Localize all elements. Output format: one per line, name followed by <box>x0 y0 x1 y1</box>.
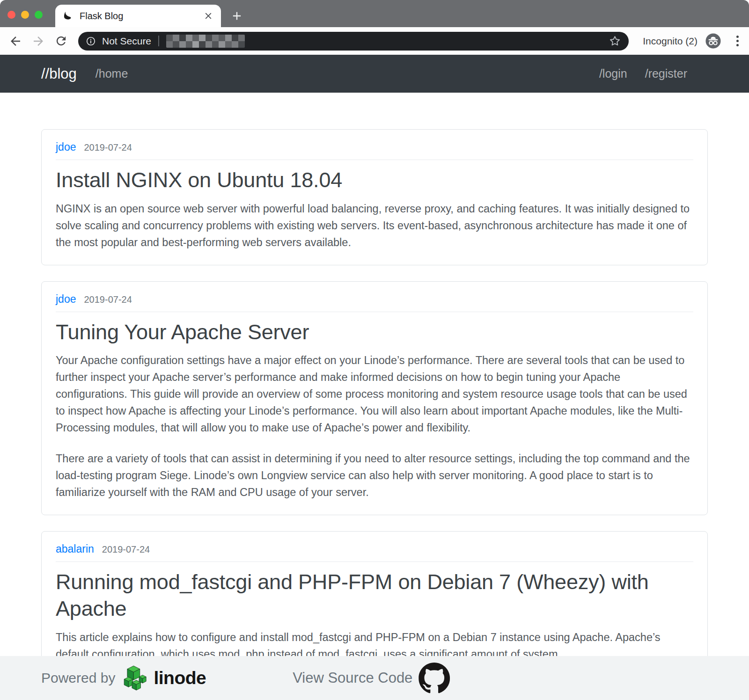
nav-link-login[interactable]: /login <box>599 67 627 80</box>
navbar-right: /login /register <box>599 67 687 80</box>
post-meta: jdoe 2019-07-24 <box>56 293 693 306</box>
post-paragraph: There are a variety of tools that can as… <box>56 450 693 501</box>
maximize-window-button[interactable] <box>35 11 43 19</box>
info-icon[interactable] <box>86 36 96 46</box>
powered-by-label: Powered by <box>41 670 115 686</box>
forward-arrow-icon[interactable] <box>31 34 45 48</box>
traffic-lights <box>7 11 43 19</box>
view-source-label: View Source Code <box>293 670 412 686</box>
post-paragraph: NGINX is an open source web server with … <box>56 200 693 251</box>
post-date: 2019-07-24 <box>102 544 150 555</box>
bookmark-star-icon[interactable] <box>609 35 621 47</box>
redacted-url <box>166 35 245 48</box>
flask-favicon-icon <box>63 11 73 22</box>
new-tab-button[interactable] <box>230 9 243 22</box>
address-bar[interactable]: Not Secure <box>78 32 629 51</box>
navbar-brand[interactable]: //blog <box>41 66 77 82</box>
back-arrow-icon[interactable] <box>8 34 22 48</box>
linode-wordmark: linode <box>154 668 206 688</box>
incognito-label: Incognito (2) <box>643 36 698 47</box>
linode-logo-icon <box>122 664 147 693</box>
divider <box>56 160 693 160</box>
nav-link-register[interactable]: /register <box>645 67 687 80</box>
browser-tab[interactable]: Flask Blog <box>55 5 221 27</box>
site-navbar: //blog /home /login /register <box>0 55 749 93</box>
post-card: abalarin 2019-07-24 Running mod_fastcgi … <box>41 531 708 677</box>
post-title: Tuning Your Apache Server <box>56 319 693 346</box>
minimize-window-button[interactable] <box>21 11 29 19</box>
post-card: jdoe 2019-07-24 Install NGINX on Ubuntu … <box>41 129 708 265</box>
tab-title: Flask Blog <box>80 11 203 22</box>
browser-toolbar: Not Secure Incognito (2) <box>0 27 749 55</box>
post-title: Install NGINX on Ubuntu 18.04 <box>56 167 693 194</box>
post-author-link[interactable]: jdoe <box>56 141 76 153</box>
post-date: 2019-07-24 <box>84 294 132 305</box>
post-author-link[interactable]: abalarin <box>56 543 94 555</box>
github-icon <box>419 663 450 694</box>
reload-icon[interactable] <box>54 34 68 48</box>
security-status-label: Not Secure <box>102 36 151 47</box>
post-paragraph: Your Apache configuration settings have … <box>56 352 693 436</box>
divider <box>56 312 693 312</box>
post-title: Running mod_fastcgi and PHP-FPM on Debia… <box>56 569 693 622</box>
divider <box>158 36 159 46</box>
incognito-icon[interactable] <box>705 33 721 49</box>
post-card: jdoe 2019-07-24 Tuning Your Apache Serve… <box>41 281 708 516</box>
post-body: Your Apache configuration settings have … <box>56 352 693 501</box>
browser-menu-icon[interactable] <box>734 34 741 48</box>
tab-close-icon[interactable] <box>203 11 213 21</box>
post-meta: jdoe 2019-07-24 <box>56 141 693 153</box>
divider <box>56 561 693 562</box>
page-footer: Powered by <box>0 656 749 700</box>
browser-titlebar: Flask Blog <box>0 0 749 27</box>
view-source-link[interactable]: View Source Code <box>293 663 450 694</box>
posts-list: jdoe 2019-07-24 Install NGINX on Ubuntu … <box>0 93 749 677</box>
nav-link-home[interactable]: /home <box>95 67 128 80</box>
post-meta: abalarin 2019-07-24 <box>56 543 693 555</box>
post-date: 2019-07-24 <box>84 142 132 153</box>
post-author-link[interactable]: jdoe <box>56 293 76 306</box>
close-window-button[interactable] <box>7 11 15 19</box>
post-body: NGINX is an open source web server with … <box>56 200 693 251</box>
powered-by-link[interactable]: Powered by <box>41 664 206 693</box>
